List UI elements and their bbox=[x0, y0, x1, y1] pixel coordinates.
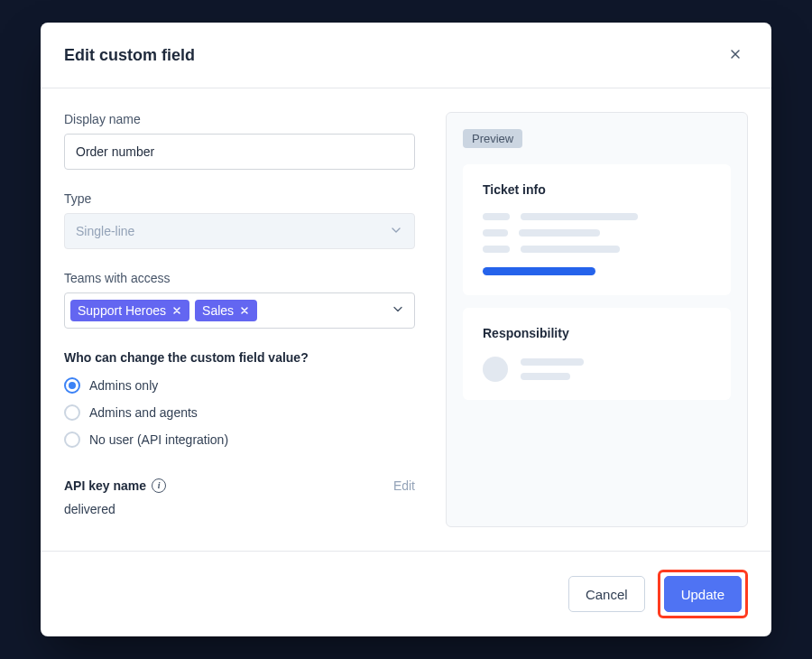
teams-group: Teams with access Support Heroes Sales bbox=[64, 271, 415, 329]
teams-multiselect[interactable]: Support Heroes Sales bbox=[64, 292, 415, 329]
radio-label: Admins only bbox=[89, 378, 158, 393]
update-button[interactable]: Update bbox=[664, 576, 742, 612]
skeleton-row bbox=[483, 357, 711, 382]
preview-badge: Preview bbox=[463, 129, 522, 148]
skeleton-bar bbox=[483, 229, 508, 237]
skeleton-avatar bbox=[483, 357, 508, 382]
chevron-down-icon bbox=[389, 223, 403, 240]
skeleton-row bbox=[483, 213, 711, 220]
preview-card-title: Responsibility bbox=[483, 326, 711, 340]
chevron-down-icon bbox=[391, 302, 405, 320]
preview-card-title: Ticket info bbox=[483, 182, 711, 197]
close-icon bbox=[728, 47, 743, 64]
permission-option-no-user[interactable]: No user (API integration) bbox=[64, 432, 415, 448]
preview-column: Preview Ticket info bbox=[446, 112, 748, 527]
display-name-group: Display name bbox=[64, 112, 415, 170]
skeleton-row bbox=[483, 246, 711, 253]
close-button[interactable] bbox=[723, 42, 748, 68]
modal-body: Display name Type Single-line Teams with… bbox=[41, 88, 771, 551]
type-value: Single-line bbox=[76, 224, 134, 238]
modal-footer: Cancel Update bbox=[41, 551, 771, 636]
radio-icon bbox=[64, 377, 80, 394]
radio-label: Admins and agents bbox=[89, 405, 198, 420]
api-key-edit-link[interactable]: Edit bbox=[393, 478, 415, 493]
modal-header: Edit custom field bbox=[41, 23, 771, 88]
team-chip-label: Sales bbox=[202, 303, 234, 319]
form-column: Display name Type Single-line Teams with… bbox=[64, 112, 415, 527]
type-label: Type bbox=[64, 191, 415, 206]
preview-card-responsibility: Responsibility bbox=[463, 308, 731, 400]
team-chip: Sales bbox=[195, 300, 257, 322]
display-name-input[interactable] bbox=[64, 134, 415, 170]
preview-card-ticket-info: Ticket info bbox=[463, 164, 731, 295]
preview-panel: Preview Ticket info bbox=[446, 112, 748, 527]
api-key-row: API key name i Edit bbox=[64, 478, 415, 493]
skeleton-bar-active bbox=[483, 267, 595, 275]
cancel-button[interactable]: Cancel bbox=[568, 576, 645, 612]
skeleton-row bbox=[483, 229, 711, 237]
skeleton-bar bbox=[521, 246, 620, 253]
team-chip-label: Support Heroes bbox=[78, 303, 166, 319]
display-name-label: Display name bbox=[64, 112, 415, 126]
skeleton-row bbox=[483, 267, 711, 275]
skeleton-bar bbox=[521, 373, 570, 380]
skeleton-bar bbox=[521, 213, 638, 220]
update-highlight: Update bbox=[658, 570, 748, 618]
api-key-value: delivered bbox=[64, 502, 415, 516]
permission-option-admins-agents[interactable]: Admins and agents bbox=[64, 404, 415, 421]
team-chip: Support Heroes bbox=[70, 300, 189, 322]
remove-chip-icon[interactable] bbox=[171, 305, 182, 316]
type-select: Single-line bbox=[64, 213, 415, 249]
radio-icon bbox=[64, 432, 80, 448]
edit-custom-field-modal: Edit custom field Display name Type Sing… bbox=[41, 23, 771, 636]
radio-label: No user (API integration) bbox=[89, 432, 228, 447]
remove-chip-icon[interactable] bbox=[239, 305, 250, 316]
type-group: Type Single-line bbox=[64, 191, 415, 249]
info-icon[interactable]: i bbox=[152, 478, 166, 493]
skeleton-bar bbox=[483, 246, 510, 253]
modal-title: Edit custom field bbox=[64, 46, 195, 65]
permission-label: Who can change the custom field value? bbox=[64, 350, 415, 365]
permission-option-admins-only[interactable]: Admins only bbox=[64, 377, 415, 394]
permission-group: Who can change the custom field value? A… bbox=[64, 350, 415, 448]
skeleton-bar bbox=[483, 213, 510, 220]
api-key-label-wrap: API key name i bbox=[64, 478, 166, 493]
skeleton-bar bbox=[519, 229, 600, 237]
radio-icon bbox=[64, 404, 80, 421]
teams-label: Teams with access bbox=[64, 271, 415, 285]
skeleton-bar bbox=[521, 358, 584, 366]
api-key-label: API key name bbox=[64, 478, 146, 493]
